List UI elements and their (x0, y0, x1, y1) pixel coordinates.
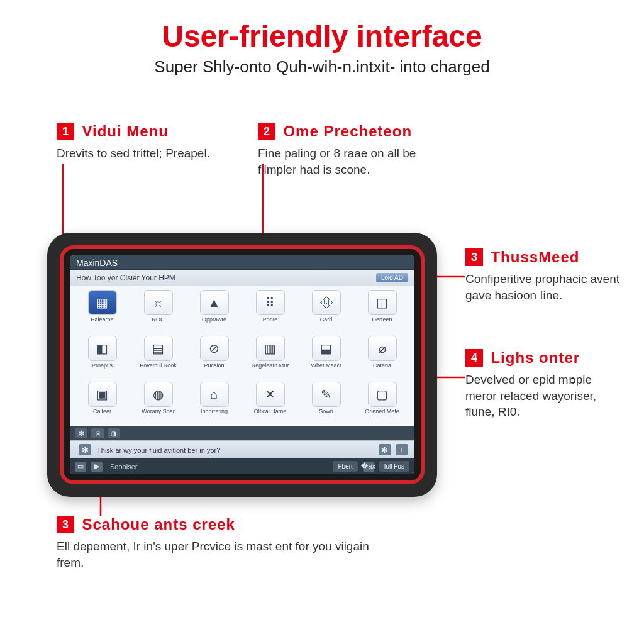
footer-button-2[interactable]: full Fus (379, 461, 409, 472)
callout-5: 3 Scahoue ants creek Ell depement, Ir in… (57, 516, 384, 570)
callout-title: Ome Precheteon (283, 123, 412, 140)
callout-body: Drevits to sed trittel; Preapel. (57, 145, 220, 162)
callout-body: Fine paling or 8 raae on all be flimpler… (258, 145, 447, 177)
callout-body: Develved or epid mɒpie meror relaced way… (465, 372, 623, 420)
footer-brand-label: Sooniser (110, 463, 137, 470)
callout-number: 2 (258, 123, 275, 140)
app-icon: ⬓ (312, 336, 341, 361)
app-label: Regeleard Mur (252, 363, 289, 369)
callout-number: 3 (465, 248, 483, 266)
screen-header: MaxinDAS (70, 255, 414, 270)
app-tile[interactable]: ⛗Card (299, 290, 353, 333)
callout-1: 1 Vidui Menu Drevits to sed trittel; Pre… (57, 123, 220, 162)
app-label: NOC (152, 317, 165, 323)
message-gear-icon[interactable]: ✻ (379, 444, 391, 455)
footer-play-icon[interactable]: ▶ (91, 462, 103, 472)
screen-subbar: How Too yor Clsier Your HPM Loid AD (70, 270, 414, 286)
app-icon: ▲ (200, 290, 229, 315)
app-icon: ▤ (144, 336, 173, 361)
app-label: Povethul Rook (140, 363, 177, 369)
callout-number: 1 (57, 123, 74, 140)
app-icon: ▣ (88, 382, 117, 407)
app-label: Ponte (263, 317, 278, 323)
app-icon: ☼ (144, 290, 173, 315)
screen-footer: ▭ ▶ Sooniser Fbert �ах full Fus (70, 458, 414, 474)
app-icon: ▢ (368, 382, 397, 407)
app-tile[interactable]: ⬓Whet Maact (299, 336, 353, 379)
app-tile[interactable]: ▲Opprawte (187, 290, 242, 333)
callout-4: 4 Lighs onter Develved or epid mɒpie mer… (465, 349, 623, 420)
app-label: Opprawte (202, 317, 226, 323)
app-icon: ◧ (88, 336, 117, 361)
app-label: Worany Soar (142, 409, 174, 414)
tablet-screen: MaxinDAS How Too yor Clsier Your HPM Loi… (70, 255, 414, 474)
message-bar: ✻ Thisk ar wy your fluid avitiont ber in… (70, 440, 414, 458)
app-tile[interactable]: ◧Proaptis (75, 336, 130, 379)
footer-button-1[interactable]: Fbert (333, 461, 357, 472)
footer-doc-icon[interactable]: ▭ (75, 462, 86, 472)
app-tile[interactable]: ▤Povethul Rook (131, 336, 186, 379)
app-icon: ✎ (312, 382, 341, 407)
app-label: Indorreting (201, 409, 228, 414)
callout-title: ThussMeed (491, 248, 579, 266)
app-tile[interactable]: ▥Regeleard Mur (243, 336, 297, 379)
app-tile[interactable]: ⊘Pucsion (187, 336, 242, 379)
tablet-bezel: MaxinDAS How Too yor Clsier Your HPM Loi… (60, 245, 425, 484)
app-label: Calteer (93, 409, 111, 414)
callout-body: Ell depement, Ir in's uper Prcvice is ma… (57, 538, 384, 570)
app-label: Paiearbe (91, 317, 113, 323)
app-icon: ◍ (144, 382, 173, 407)
subbar-button[interactable]: Loid AD (376, 273, 408, 282)
message-star-icon[interactable]: ✻ (79, 444, 91, 455)
app-icon: ◫ (368, 290, 397, 315)
app-label: Card (320, 317, 333, 323)
app-tile[interactable]: ☼NOC (131, 290, 186, 333)
gear-row-icon[interactable]: ⎘ (91, 428, 104, 438)
app-grid: ▦Paiearbe☼NOC▲Opprawte⠿Ponte⛗Card◫Dertee… (70, 286, 414, 426)
app-icon: ⌀ (368, 336, 397, 361)
app-tile[interactable]: ▦Paiearbe (75, 290, 130, 333)
gear-row: ✻⎘◑ (70, 426, 414, 440)
app-label: Olfical Hame (254, 409, 287, 414)
callout-number: 3 (57, 516, 74, 533)
app-tile[interactable]: ◫Derteen (355, 290, 409, 333)
brand-label: MaxinDAS (76, 258, 118, 268)
message-plus-icon[interactable]: + (396, 444, 408, 455)
page-subtitle: Super Shly-onto Quh-wih-n.intxit- into c… (0, 57, 644, 77)
app-label: Whet Maact (311, 363, 341, 369)
callout-body: Confiperitive prophacic avent gave hasio… (465, 271, 623, 303)
callout-title: Lighs onter (491, 349, 580, 367)
tablet-device: MaxinDAS How Too yor Clsier Your HPM Loi… (47, 233, 437, 497)
app-icon: ⠿ (256, 290, 285, 315)
gear-row-icon[interactable]: ◑ (108, 428, 120, 438)
app-icon: ✕ (256, 382, 285, 407)
app-label: Orlened Mete (365, 409, 399, 414)
callout-number: 4 (465, 349, 483, 367)
callout-2: 2 Ome Precheteon Fine paling or 8 raae o… (258, 123, 447, 177)
app-tile[interactable]: ⠿Ponte (243, 290, 297, 333)
app-label: Pucsion (204, 363, 224, 369)
message-text: Thisk ar wy your fluid avitiont ber in y… (97, 447, 220, 454)
callout-3: 3 ThussMeed Confiperitive prophacic aven… (465, 248, 623, 303)
app-tile[interactable]: ▣Calteer (75, 382, 130, 425)
app-tile[interactable]: ◍Worany Soar (131, 382, 186, 425)
footer-share-icon[interactable]: �ах (363, 462, 374, 472)
app-tile[interactable]: ▢Orlened Mete (355, 382, 409, 425)
callout-title: Vidui Menu (82, 123, 169, 140)
app-label: Catena (373, 363, 391, 369)
app-tile[interactable]: ✎Sown (299, 382, 353, 425)
app-icon: ▦ (88, 290, 117, 315)
app-label: Proaptis (92, 363, 113, 369)
app-tile[interactable]: ✕Olfical Hame (243, 382, 297, 425)
app-icon: ⛗ (312, 290, 341, 315)
app-tile[interactable]: ⌀Catena (355, 336, 409, 379)
app-icon: ▥ (256, 336, 285, 361)
subbar-text: How Too yor Clsier Your HPM (76, 274, 175, 282)
page-title: User-friendly interface (0, 19, 644, 53)
gear-row-icon[interactable]: ✻ (75, 428, 87, 438)
app-icon: ⊘ (200, 336, 229, 361)
app-label: Derteen (372, 317, 392, 323)
app-label: Sown (319, 409, 333, 414)
app-tile[interactable]: ⌂Indorreting (187, 382, 242, 425)
app-icon: ⌂ (200, 382, 229, 407)
